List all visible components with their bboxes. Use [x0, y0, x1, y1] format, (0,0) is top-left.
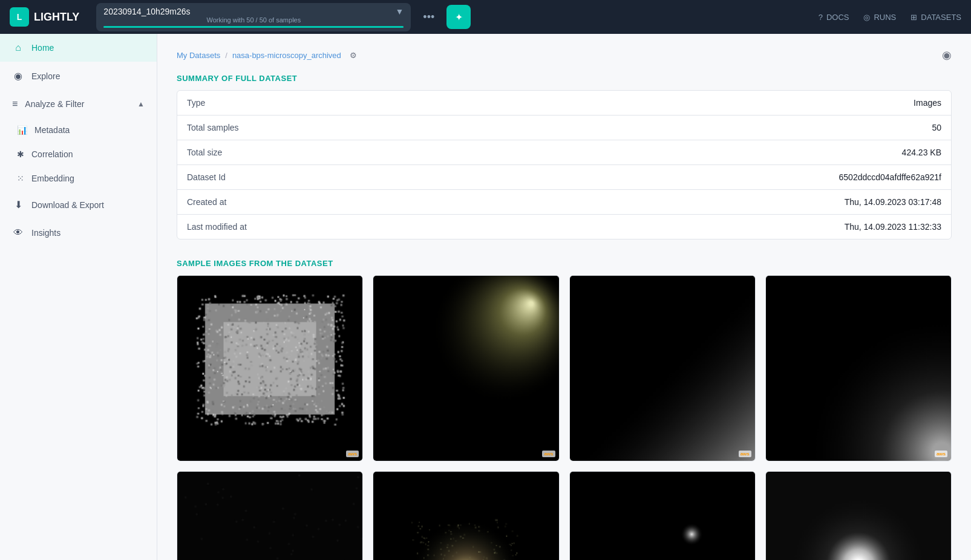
embedding-icon: ⁙: [17, 174, 24, 183]
logo-text: LIGHTLY: [34, 11, 79, 24]
sidebar-item-insights[interactable]: 👁 Insights: [0, 219, 157, 247]
summary-row: Type Images: [177, 91, 951, 116]
summary-row: Dataset Id 6502ddccd04afdffe62a921f: [177, 165, 951, 190]
logo[interactable]: L LIGHTLY: [10, 7, 79, 27]
sample-image: [373, 472, 558, 560]
magic-icon: ✦: [455, 11, 463, 23]
summary-label: Dataset Id: [187, 172, 226, 182]
sample-image: [570, 276, 755, 461]
sidebar-item-correlation[interactable]: ✱ Correlation: [7, 142, 157, 166]
sidebar-label-explore: Explore: [31, 71, 60, 81]
sidebar-item-embedding[interactable]: ⁙ Embedding: [7, 166, 157, 190]
sidebar-section-analyze[interactable]: ≡ Analyze & Filter ▲: [0, 90, 157, 118]
summary-table: Type Images Total samples 50 Total size …: [177, 90, 952, 239]
summary-label: Last modified at: [187, 222, 247, 232]
image-card[interactable]: aws: [569, 471, 756, 560]
runs-label: RUNS: [874, 13, 896, 22]
chevron-up-icon: ▲: [137, 100, 145, 108]
analyze-icon: ≡: [12, 99, 18, 109]
datasets-link[interactable]: ⊞ DATASETS: [911, 13, 961, 22]
sample-image: [373, 276, 558, 461]
summary-value: 6502ddccd04afdffe62a921f: [839, 172, 941, 182]
download-icon: ⬇: [12, 199, 24, 210]
refresh-icon[interactable]: ◉: [942, 48, 952, 62]
dataset-name: 20230914_10h29m26s: [103, 7, 190, 16]
breadcrumb-separator: /: [225, 51, 227, 60]
image-card[interactable]: aws: [569, 275, 756, 461]
dataset-selector[interactable]: 20230914_10h29m26s ▼ Working with 50 / 5…: [96, 3, 411, 31]
sample-image: [177, 472, 362, 560]
gear-icon[interactable]: ⚙: [350, 51, 357, 60]
summary-label: Created at: [187, 197, 226, 207]
main-content: My Datasets / nasa-bps-microscopy_archiv…: [157, 34, 971, 560]
summary-value: 50: [932, 123, 941, 132]
image-card[interactable]: aws: [177, 275, 363, 461]
more-options-button[interactable]: •••: [418, 8, 439, 26]
correlation-icon: ✱: [17, 149, 24, 159]
image-card[interactable]: aws: [765, 471, 952, 560]
nav-links: ? DOCS ◎ RUNS ⊞ DATASETS: [819, 13, 961, 22]
summary-row: Total size 424.23 KB: [177, 140, 951, 165]
sidebar-label-download: Download & Export: [31, 200, 104, 210]
summary-label: Total samples: [187, 123, 239, 132]
image-card[interactable]: aws: [373, 275, 559, 461]
sidebar-label-embedding: Embedding: [31, 174, 74, 183]
home-icon: ⌂: [12, 42, 24, 53]
sidebar-label-analyze: Analyze & Filter: [25, 99, 84, 109]
logo-icon: L: [10, 7, 29, 27]
image-card[interactable]: aws: [765, 275, 952, 461]
summary-title: SUMMARY OF FULL DATASET: [177, 74, 952, 83]
runs-icon: ◎: [863, 13, 870, 22]
sidebar-item-explore[interactable]: ◉ Explore: [0, 62, 157, 90]
progress-bar-container: [103, 26, 404, 28]
datasets-icon: ⊞: [911, 13, 917, 22]
summary-value: Thu, 14.09.2023 11:32:33: [845, 222, 941, 232]
summary-label: Type: [187, 98, 205, 108]
main-layout: ⌂ Home ◉ Explore ≡ Analyze & Filter ▲ 📊 …: [0, 34, 971, 560]
sidebar-label-metadata: Metadata: [34, 125, 70, 135]
analyze-header-left: ≡ Analyze & Filter: [12, 99, 84, 109]
docs-icon: ?: [819, 13, 823, 22]
aws-badge: aws: [346, 451, 359, 457]
docs-label: DOCS: [826, 13, 849, 22]
dataset-name-row: 20230914_10h29m26s ▼: [103, 7, 404, 16]
sidebar-label-correlation: Correlation: [31, 149, 73, 159]
breadcrumb-current: nasa-bps-microscopy_archived: [232, 51, 341, 60]
magic-button[interactable]: ✦: [446, 5, 471, 29]
dropdown-arrow-icon: ▼: [395, 7, 404, 16]
runs-link[interactable]: ◎ RUNS: [863, 13, 896, 22]
progress-text: Working with 50 / 50 of samples: [103, 16, 404, 24]
summary-row: Total samples 50: [177, 116, 951, 140]
sample-image: [766, 472, 951, 560]
sample-image: [766, 276, 951, 461]
samples-title: SAMPLE IMAGES FROM THE DATASET: [177, 259, 952, 268]
summary-row: Created at Thu, 14.09.2023 03:17:48: [177, 190, 951, 215]
sample-image: [570, 472, 755, 560]
progress-bar-fill: [103, 26, 404, 28]
image-card[interactable]: aws: [373, 471, 559, 560]
sample-image: [177, 276, 362, 461]
datasets-label: DATASETS: [921, 13, 961, 22]
breadcrumb: My Datasets / nasa-bps-microscopy_archiv…: [177, 48, 952, 62]
analyze-sub-items: 📊 Metadata ✱ Correlation ⁙ Embedding: [0, 118, 157, 190]
summary-value: 424.23 KB: [902, 148, 941, 157]
sidebar-label-home: Home: [31, 43, 54, 53]
sidebar-item-download[interactable]: ⬇ Download & Export: [0, 190, 157, 219]
aws-badge: aws: [935, 451, 947, 457]
insights-icon: 👁: [12, 227, 24, 238]
image-card[interactable]: aws: [177, 471, 363, 560]
top-navbar: L LIGHTLY 20230914_10h29m26s ▼ Working w…: [0, 0, 971, 34]
sidebar: ⌂ Home ◉ Explore ≡ Analyze & Filter ▲ 📊 …: [0, 34, 157, 560]
docs-link[interactable]: ? DOCS: [819, 13, 849, 22]
analyze-header: ≡ Analyze & Filter ▲: [12, 99, 145, 109]
sidebar-item-metadata[interactable]: 📊 Metadata: [7, 118, 157, 142]
sidebar-label-insights: Insights: [31, 228, 60, 238]
image-grid: awsawsawsawsawsawsawsawsawsawsawsaws: [177, 275, 952, 560]
summary-row: Last modified at Thu, 14.09.2023 11:32:3…: [177, 215, 951, 239]
metadata-icon: 📊: [17, 125, 27, 135]
breadcrumb-root[interactable]: My Datasets: [177, 51, 220, 60]
summary-value: Images: [914, 98, 941, 108]
aws-badge: aws: [542, 451, 555, 457]
sidebar-item-home[interactable]: ⌂ Home: [0, 34, 157, 62]
aws-badge: aws: [739, 451, 751, 457]
